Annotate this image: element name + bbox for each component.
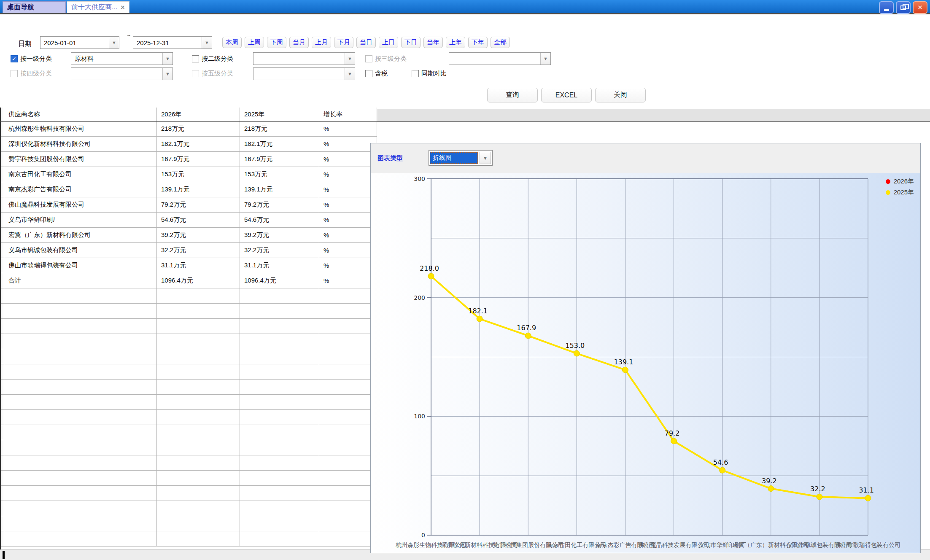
quick-range-button-6[interactable]: 当日 — [356, 37, 376, 48]
table-row-empty[interactable] — [1, 501, 377, 516]
table-row-2[interactable]: 赞宇科技集团股份有限公司167.9万元167.9万元% — [1, 152, 377, 167]
table-row-empty[interactable] — [1, 486, 377, 501]
chevron-down-icon[interactable]: ▼ — [202, 37, 212, 48]
text-cursor-mark — [3, 551, 5, 559]
table-row-8[interactable]: 义乌市钒诚包装有限公司32.2万元32.2万元% — [1, 243, 377, 258]
table-row-empty[interactable] — [1, 380, 377, 395]
unchecked-checkbox-icon[interactable] — [365, 70, 372, 77]
date-to-select[interactable]: 2025-12-31 ▼ — [133, 36, 212, 49]
minimize-button[interactable] — [879, 1, 894, 14]
column-header: 供应商名称 — [4, 108, 157, 121]
table-cell — [319, 380, 377, 394]
checkbox-level3[interactable]: 按三级分类 — [365, 55, 407, 63]
table-row-empty[interactable] — [1, 410, 377, 425]
quick-range-button-1[interactable]: 上周 — [245, 37, 264, 48]
table-row-empty[interactable] — [1, 319, 377, 334]
table-cell — [4, 334, 157, 349]
svg-text:218.0: 218.0 — [420, 264, 439, 272]
table-row-10[interactable]: 合计1096.4万元1096.4万元% — [1, 273, 377, 288]
checked-checkbox-icon[interactable]: ✓ — [11, 55, 18, 62]
quick-range-button-9[interactable]: 当年 — [423, 37, 443, 48]
table-row-empty[interactable] — [1, 395, 377, 410]
svg-text:167.9: 167.9 — [517, 324, 536, 332]
quick-range-button-4[interactable]: 上月 — [312, 37, 331, 48]
chevron-down-icon[interactable]: ▼ — [162, 53, 173, 65]
tab-close-icon[interactable]: × — [121, 4, 124, 11]
select-level2[interactable]: ▼ — [253, 52, 355, 65]
table-row-empty[interactable] — [1, 471, 377, 486]
checkbox-tax[interactable]: 含税 — [365, 70, 388, 78]
table-row-3[interactable]: 南京古田化工有限公司153万元153万元% — [1, 167, 377, 182]
table-row-empty[interactable] — [1, 349, 377, 364]
quick-range-button-12[interactable]: 全部 — [491, 37, 510, 48]
row-gutter — [1, 108, 4, 121]
table-row-empty[interactable] — [1, 334, 377, 349]
select-level3[interactable]: ▼ — [449, 52, 551, 65]
quick-range-button-7[interactable]: 上日 — [379, 37, 398, 48]
unchecked-checkbox-icon[interactable] — [192, 55, 199, 62]
table-row-empty[interactable] — [1, 455, 377, 471]
table-row-7[interactable]: 宏翼（广东）新材料有限公司39.2万元39.2万元% — [1, 228, 377, 243]
table-cell: 153万元 — [240, 167, 319, 182]
app-window: 桌面导航 前十大供应商... × ✕ 日期 2025-01-01 ▼ ~ 202… — [0, 0, 930, 560]
table-row-empty[interactable] — [1, 304, 377, 319]
chevron-down-icon[interactable]: ▼ — [480, 152, 491, 164]
select-level5[interactable]: ▼ — [253, 67, 355, 80]
checkbox-compare[interactable]: 同期对比 — [412, 70, 447, 78]
quick-range-button-3[interactable]: 当月 — [289, 37, 309, 48]
unchecked-checkbox-icon[interactable] — [192, 70, 199, 77]
table-cell — [319, 349, 377, 364]
table-row-9[interactable]: 佛山市歌瑞得包装有公司31.1万元31.1万元% — [1, 258, 377, 273]
chevron-down-icon[interactable]: ▼ — [345, 68, 355, 80]
table-header-divider — [0, 121, 930, 122]
tab-top-suppliers[interactable]: 前十大供应商... × — [67, 1, 129, 13]
query-button[interactable]: 查询 — [487, 88, 538, 102]
checkbox-level4[interactable]: 按四级分类 — [11, 70, 52, 78]
checkbox-level5[interactable]: 按五级分类 — [192, 70, 233, 78]
maximize-button[interactable] — [896, 1, 911, 14]
table-row-empty[interactable] — [1, 516, 377, 531]
select-level1[interactable]: 原材料▼ — [71, 52, 173, 65]
table-cell — [319, 455, 377, 470]
table-cell — [240, 288, 319, 303]
table-row-empty[interactable] — [1, 288, 377, 304]
quick-range-button-10[interactable]: 上年 — [446, 37, 465, 48]
table-row-1[interactable]: 深圳仪化新材料科技有限公司182.1万元182.1万元% — [1, 137, 377, 152]
date-range-tilde: ~ — [127, 32, 130, 39]
quick-range-button-2[interactable]: 下周 — [267, 37, 286, 48]
quick-range-button-11[interactable]: 下年 — [468, 37, 488, 48]
table-row-0[interactable]: 杭州森彤生物科技有限公司218万元218万元% — [1, 121, 377, 137]
checkbox-level2[interactable]: 按二级分类 — [192, 55, 233, 63]
quick-range-button-5[interactable]: 下月 — [334, 37, 353, 48]
excel-button[interactable]: EXCEL — [541, 88, 592, 102]
chevron-down-icon[interactable]: ▼ — [540, 53, 550, 65]
close-panel-button[interactable]: 关闭 — [595, 88, 646, 102]
table-row-4[interactable]: 南京杰彩广告有限公司139.1万元139.1万元% — [1, 182, 377, 197]
table-cell — [319, 425, 377, 440]
date-from-select[interactable]: 2025-01-01 ▼ — [40, 36, 119, 49]
quick-range-button-8[interactable]: 下日 — [401, 37, 421, 48]
table-row-empty[interactable] — [1, 425, 377, 440]
row-gutter — [1, 152, 4, 167]
table-cell: 1096.4万元 — [240, 273, 319, 288]
tab-desktop-nav[interactable]: 桌面导航 — [3, 1, 66, 13]
chevron-down-icon[interactable]: ▼ — [345, 53, 355, 65]
table-row-empty[interactable] — [1, 531, 377, 547]
unchecked-checkbox-icon[interactable] — [365, 55, 372, 62]
quick-range-button-0[interactable]: 本周 — [222, 37, 242, 48]
table-row-empty[interactable] — [1, 440, 377, 455]
close-button[interactable]: ✕ — [913, 1, 927, 14]
table-cell — [4, 516, 157, 531]
select-level4[interactable]: ▼ — [71, 67, 173, 80]
chevron-down-icon[interactable]: ▼ — [162, 68, 173, 80]
unchecked-checkbox-icon[interactable] — [412, 70, 419, 77]
chevron-down-icon[interactable]: ▼ — [109, 37, 119, 48]
row-gutter — [1, 319, 4, 334]
chart-type-select[interactable]: 折线图 ▼ — [429, 150, 493, 166]
table-row-5[interactable]: 佛山魔晶科技发展有限公司79.2万元79.2万元% — [1, 197, 377, 213]
checkbox-level1[interactable]: ✓按一级分类 — [11, 55, 52, 63]
table-cell — [240, 455, 319, 470]
unchecked-checkbox-icon[interactable] — [11, 70, 18, 77]
table-row-empty[interactable] — [1, 364, 377, 380]
table-row-6[interactable]: 义乌市华鲜印刷厂54.6万元54.6万元% — [1, 213, 377, 228]
